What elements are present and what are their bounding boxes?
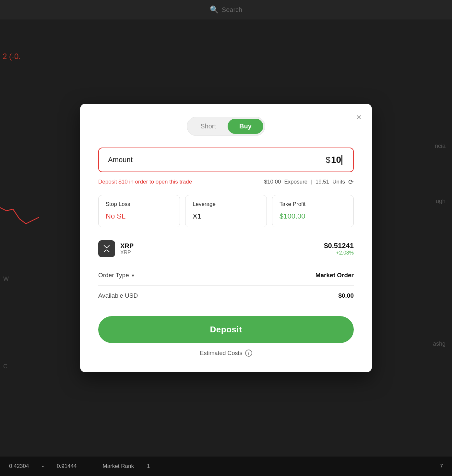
stop-loss-value: No SL	[106, 212, 172, 220]
trade-type-toggle: Short Buy	[98, 117, 354, 136]
leverage-value: X1	[193, 212, 259, 220]
modal-backdrop: × Short Buy Amount $ 10 Deposit $10 in o…	[0, 0, 452, 476]
asset-info: XRP XRP	[120, 242, 134, 256]
amount-value: 10	[331, 155, 344, 165]
asset-left: XRP XRP	[98, 240, 134, 257]
order-type-left[interactable]: Order Type ▾	[98, 272, 134, 279]
estimated-costs-label: Estimated Costs	[200, 350, 242, 357]
amount-label: Amount	[108, 156, 133, 164]
asset-icon	[98, 240, 115, 257]
options-boxes: Stop Loss No SL Leverage X1 Take Profit …	[98, 195, 354, 227]
divider-2	[98, 285, 354, 286]
short-toggle[interactable]: Short	[189, 119, 228, 134]
leverage-label: Leverage	[193, 201, 259, 208]
amount-field[interactable]: Amount $ 10	[98, 148, 354, 172]
take-profit-value: $100.00	[280, 212, 346, 220]
exposure-label: Exposure	[284, 179, 307, 185]
asset-price: $0.51241	[324, 242, 354, 250]
exposure-separator: |	[311, 179, 312, 185]
deposit-button[interactable]: Deposit	[98, 316, 354, 343]
stop-loss-label: Stop Loss	[106, 201, 172, 208]
close-button[interactable]: ×	[355, 112, 363, 123]
exposure-amount: $10.00	[264, 179, 281, 185]
leverage-box[interactable]: Leverage X1	[185, 195, 267, 227]
deposit-warning: Deposit $10 in order to open this trade	[98, 179, 192, 185]
available-usd-value: $0.00	[338, 292, 354, 299]
buy-toggle[interactable]: Buy	[228, 119, 263, 134]
take-profit-box[interactable]: Take Profit $100.00	[272, 195, 354, 227]
amount-input-area: $ 10	[326, 155, 344, 165]
asset-price-area: $0.51241 +2.08%	[324, 242, 354, 256]
available-usd-label: Available USD	[98, 292, 138, 299]
asset-change: +2.08%	[324, 250, 354, 256]
take-profit-label: Take Profit	[280, 201, 346, 208]
estimated-costs-row[interactable]: Estimated Costs i	[98, 350, 354, 357]
refresh-icon[interactable]: ⟳	[348, 178, 354, 186]
order-type-label: Order Type	[98, 272, 129, 279]
asset-name: XRP	[120, 242, 134, 250]
exposure-units-label: Units	[332, 179, 345, 185]
info-row: Deposit $10 in order to open this trade …	[98, 178, 354, 186]
order-type-row: Order Type ▾ Market Order	[98, 272, 354, 279]
asset-row: XRP XRP $0.51241 +2.08%	[98, 240, 354, 257]
available-usd-row: Available USD $0.00	[98, 292, 354, 299]
chevron-down-icon: ▾	[132, 272, 134, 279]
trade-modal: × Short Buy Amount $ 10 Deposit $10 in o…	[80, 104, 372, 372]
currency-symbol: $	[326, 155, 330, 165]
divider-1	[98, 265, 354, 265]
info-icon: i	[245, 350, 252, 357]
toggle-pill: Short Buy	[187, 117, 265, 136]
exposure-units-amount: 19.51	[315, 179, 329, 185]
exposure-info: $10.00 Exposure | 19.51 Units ⟳	[264, 178, 354, 186]
stop-loss-box[interactable]: Stop Loss No SL	[98, 195, 180, 227]
order-type-value: Market Order	[315, 272, 354, 279]
asset-ticker: XRP	[120, 250, 134, 256]
